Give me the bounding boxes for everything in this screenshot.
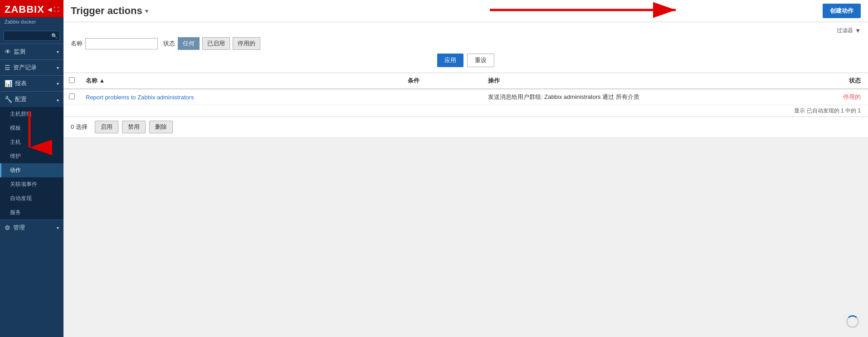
disable-button[interactable]: 禁用 [122, 121, 146, 133]
collapse-icon[interactable]: ◀ [48, 6, 52, 13]
monitor-icon: 👁 [5, 48, 11, 55]
sidebar-item-admin[interactable]: ⚙ 管理 ▾ [0, 220, 63, 235]
sidebar-item-correlation[interactable]: 关联项事件 [0, 177, 63, 191]
table-header-status: 状态 [807, 73, 868, 89]
filter-name-group: 名称 [71, 38, 158, 49]
row-status-cell: 停用的 [807, 89, 868, 105]
logo-icons: ◀ ⛶ [48, 6, 59, 13]
assets-icon: ☰ [5, 64, 10, 71]
pagination-info: 显示 已自动发现的 1 中的 1 [63, 105, 868, 117]
sidebar-item-hosts[interactable]: 主机 [0, 135, 63, 149]
row-operations-cell: 发送消息给用户群组: Zabbix administrators 通过 所有介质 [483, 89, 807, 105]
sidebar-item-label-monitor: 监测 [14, 48, 25, 56]
sidebar-item-services[interactable]: 服务 [0, 205, 63, 220]
filter-toggle-row: 过滤器 ▼ [71, 27, 861, 34]
sidebar-search-container: 🔍 [0, 28, 63, 44]
filter-actions: 应用 重设 [71, 54, 861, 71]
chevron-down-icon-admin: ▾ [57, 225, 59, 230]
filter-status-group: 状态 任何 已启用 停用的 [163, 37, 260, 50]
loading-spinner [846, 315, 859, 328]
main-content: Trigger actions ▾ 创建动作 过滤器 ▼ 名称 状态 任何 已启… [63, 0, 868, 337]
config-icon: 🔧 [5, 96, 12, 103]
sidebar-instance: Zabbix docker [0, 17, 63, 28]
row-checkbox[interactable] [69, 93, 75, 99]
selected-count: 0 选择 [71, 123, 88, 131]
search-icon: 🔍 [51, 33, 58, 39]
table-header-operations: 操作 [483, 73, 807, 89]
sidebar: ZABBIX ◀ ⛶ Zabbix docker 🔍 👁 监测 ▾ ☰ 资产记录… [0, 0, 63, 337]
page-title: Trigger actions [71, 5, 142, 17]
table-row: Report problems to Zabbix administrators… [63, 89, 868, 105]
row-conditions-cell [402, 89, 483, 105]
row-check-cell [63, 89, 80, 105]
actions-table: 名称 ▲ 条件 操作 状态 Report problems to Zabbix … [63, 73, 868, 105]
bottom-bar: 0 选择 启用 禁用 删除 [63, 117, 868, 137]
status-btn-enabled[interactable]: 已启用 [202, 37, 230, 50]
page-title-dropdown-icon[interactable]: ▾ [145, 7, 148, 15]
content-area: 名称 ▲ 条件 操作 状态 Report problems to Zabbix … [63, 73, 868, 337]
sidebar-section-assets: ☰ 资产记录 ▾ [0, 59, 63, 75]
status-btn-any[interactable]: 任何 [178, 37, 200, 50]
filter-name-label: 名称 [71, 39, 83, 48]
expand-icon[interactable]: ⛶ [54, 6, 59, 13]
chevron-down-icon-reports: ▾ [57, 81, 59, 86]
action-name-link[interactable]: Report problems to Zabbix administrators [86, 94, 194, 101]
chevron-down-icon: ▾ [57, 49, 59, 54]
filter-reset-button[interactable]: 重设 [467, 54, 494, 67]
filter-status-label: 状态 [163, 39, 175, 48]
sidebar-item-monitor[interactable]: 👁 监测 ▾ [0, 44, 63, 59]
sidebar-item-autodiscovery[interactable]: 自动发现 [0, 191, 63, 205]
delete-button[interactable]: 删除 [149, 121, 173, 133]
pagination-text: 显示 已自动发现的 1 中的 1 [794, 107, 861, 115]
create-action-button[interactable]: 创建动作 [823, 4, 861, 18]
loading-indicator [846, 315, 859, 328]
sidebar-item-templates[interactable]: 模板 [0, 121, 63, 135]
status-badge[interactable]: 停用的 [843, 93, 861, 100]
status-btn-disabled[interactable]: 停用的 [233, 37, 260, 50]
sidebar-item-label-config: 配置 [15, 95, 27, 103]
row-name-cell: Report problems to Zabbix administrators [80, 89, 402, 105]
sidebar-section-monitor: 👁 监测 ▾ [0, 44, 63, 59]
filter-form-row: 名称 状态 任何 已启用 停用的 [71, 37, 861, 50]
table-header-check [63, 73, 80, 89]
filter-bar: 过滤器 ▼ 名称 状态 任何 已启用 停用的 应用 重设 [63, 22, 868, 73]
sidebar-item-assets[interactable]: ☰ 资产记录 ▾ [0, 60, 63, 75]
sidebar-item-label-reports: 报表 [15, 79, 27, 88]
chevron-up-icon-config: ▴ [57, 97, 59, 102]
filter-toggle-icon[interactable]: ▼ [855, 27, 861, 34]
sidebar-item-maintenance[interactable]: 维护 [0, 149, 63, 163]
sidebar-section-admin: ⚙ 管理 ▾ [0, 220, 63, 235]
sidebar-item-reports[interactable]: 📊 报表 ▾ [0, 76, 63, 91]
filter-name-input[interactable] [85, 38, 158, 49]
sidebar-section-reports: 📊 报表 ▾ [0, 75, 63, 91]
enable-button[interactable]: 启用 [95, 121, 118, 133]
page-title-wrap: Trigger actions ▾ [71, 5, 148, 17]
config-sub-items: 主机群组 模板 主机 维护 动作 关联项事件 自动发现 服务 [0, 107, 63, 220]
reports-icon: 📊 [5, 80, 12, 87]
sidebar-item-host-groups[interactable]: 主机群组 [0, 107, 63, 121]
sidebar-logo: ZABBIX ◀ ⛶ [0, 0, 63, 17]
table-header-name[interactable]: 名称 ▲ [80, 73, 402, 89]
logo-text: ZABBIX [5, 4, 44, 15]
sidebar-item-label-admin: 管理 [13, 224, 25, 232]
sidebar-item-actions[interactable]: 动作 [0, 163, 63, 177]
chevron-down-icon-assets: ▾ [57, 65, 59, 70]
sidebar-item-config[interactable]: 🔧 配置 ▴ [0, 92, 63, 107]
admin-icon: ⚙ [5, 224, 10, 231]
topbar: Trigger actions ▾ 创建动作 [63, 0, 868, 22]
table-wrap: 名称 ▲ 条件 操作 状态 Report problems to Zabbix … [63, 73, 868, 105]
filter-toggle-label[interactable]: 过滤器 [837, 27, 853, 34]
select-all-checkbox[interactable] [69, 77, 75, 83]
table-header-conditions: 条件 [402, 73, 483, 89]
filter-apply-button[interactable]: 应用 [437, 54, 463, 67]
sidebar-item-label-assets: 资产记录 [13, 63, 37, 72]
sidebar-section-config: 🔧 配置 ▴ 主机群组 模板 主机 维护 动作 关联项事件 自动发现 服务 [0, 91, 63, 220]
